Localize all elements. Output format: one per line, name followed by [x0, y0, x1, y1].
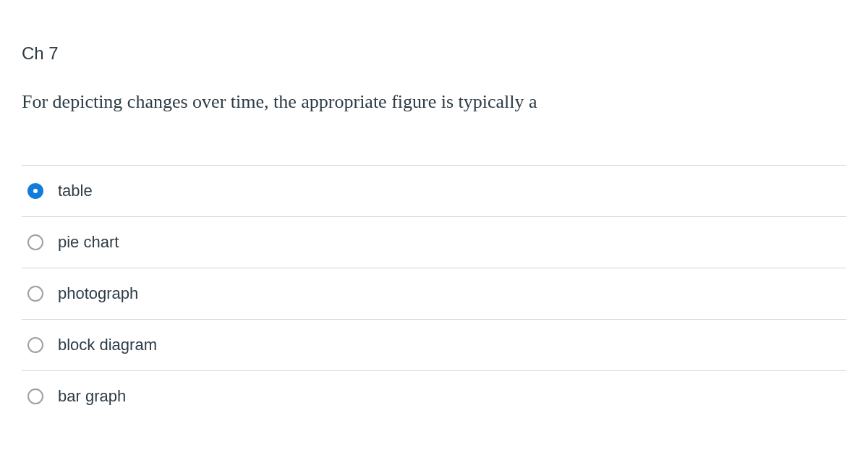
option-label: bar graph [58, 387, 126, 406]
option-label: block diagram [58, 336, 157, 354]
option-row[interactable]: photograph [22, 268, 846, 320]
option-label: table [58, 182, 93, 200]
radio-icon[interactable] [27, 388, 43, 404]
option-row[interactable]: block diagram [22, 320, 846, 371]
question-text: For depicting changes over time, the app… [22, 91, 846, 113]
option-row[interactable]: pie chart [22, 217, 846, 268]
radio-icon[interactable] [27, 286, 43, 302]
options-list: table pie chart photograph block diagram… [22, 165, 846, 422]
radio-icon[interactable] [27, 337, 43, 353]
option-label: photograph [58, 284, 138, 303]
chapter-label: Ch 7 [22, 43, 846, 64]
radio-selected-icon[interactable] [27, 183, 43, 199]
option-row[interactable]: table [22, 166, 846, 217]
option-label: pie chart [58, 233, 119, 252]
option-row[interactable]: bar graph [22, 371, 846, 422]
radio-icon[interactable] [27, 234, 43, 250]
